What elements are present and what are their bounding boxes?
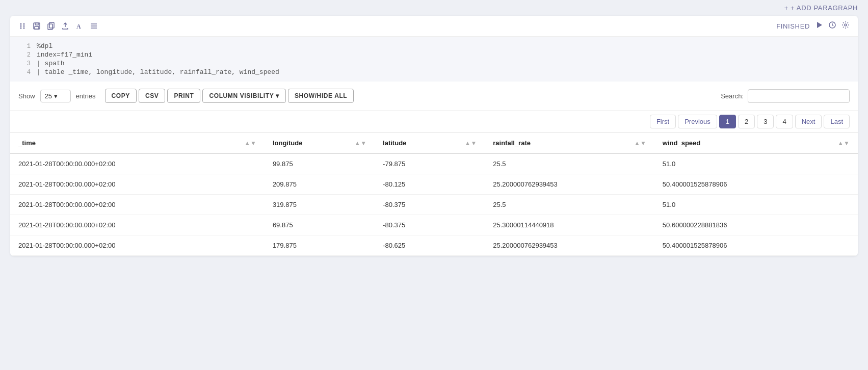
svg-point-3 bbox=[23, 25, 25, 27]
column-label-time: _time bbox=[18, 139, 36, 147]
data-table: _time ▲▼ longitude ▲▼ latitude ▲▼ bbox=[10, 133, 858, 256]
cell-wind_speed-row-1: 50.400001525878906 bbox=[654, 174, 858, 195]
code-line-3: 3 | spath bbox=[10, 59, 858, 68]
code-editor[interactable]: 1 %dpl 2 index=f17_mini 3 | spath 4 | ta… bbox=[10, 37, 858, 82]
text-icon[interactable]: A bbox=[75, 22, 84, 30]
page-2-button[interactable]: 2 bbox=[738, 115, 755, 128]
svg-point-4 bbox=[20, 28, 22, 29]
add-paragraph-bar: + + ADD PARAGRAPH bbox=[0, 0, 868, 16]
cell-longitude-row-1: 209.875 bbox=[265, 174, 375, 195]
column-header-longitude[interactable]: longitude ▲▼ bbox=[265, 133, 375, 154]
cell-_time-row-3: 2021-01-28T00:00:00.000+02:00 bbox=[10, 215, 265, 235]
table-row: 2021-01-28T00:00:00.000+02:00179.875-80.… bbox=[10, 235, 858, 256]
cell-rainfall_rate-row-1: 25.200000762939453 bbox=[485, 174, 654, 195]
column-label-latitude: latitude bbox=[383, 139, 406, 147]
svg-point-1 bbox=[23, 23, 25, 25]
column-label-longitude: longitude bbox=[273, 139, 303, 147]
run-button[interactable] bbox=[815, 21, 823, 31]
copy-button[interactable]: COPY bbox=[105, 89, 137, 103]
cell-wind_speed-row-0: 51.0 bbox=[654, 153, 858, 174]
sort-icon-time: ▲▼ bbox=[244, 140, 256, 147]
cell-toolbar: A FINISHED bbox=[10, 16, 858, 37]
table-controls: Show 25 ▾ entries COPY CSV PRINT COLUMN … bbox=[10, 82, 858, 111]
settings-icon[interactable] bbox=[841, 21, 850, 31]
page-3-button[interactable]: 3 bbox=[757, 115, 774, 128]
svg-marker-15 bbox=[817, 22, 822, 28]
table-header-row: _time ▲▼ longitude ▲▼ latitude ▲▼ bbox=[10, 133, 858, 154]
cell-wind_speed-row-4: 50.400001525878906 bbox=[654, 235, 858, 256]
line-content-3: | spath bbox=[37, 60, 65, 67]
plus-icon: + bbox=[784, 4, 788, 12]
first-page-button[interactable]: First bbox=[650, 115, 676, 128]
entries-select[interactable]: 25 ▾ bbox=[40, 90, 71, 102]
svg-rect-7 bbox=[35, 23, 38, 25]
drag-icon[interactable] bbox=[18, 22, 27, 30]
cell-rainfall_rate-row-0: 25.5 bbox=[485, 153, 654, 174]
column-label-rainfall-rate: rainfall_rate bbox=[493, 139, 531, 147]
cell-latitude-row-0: -79.875 bbox=[375, 153, 485, 174]
code-line-4: 4 | table _time, longitude, latitude, ra… bbox=[10, 68, 858, 76]
table-row: 2021-01-28T00:00:00.000+02:00319.875-80.… bbox=[10, 195, 858, 215]
cell-toolbar-right: FINISHED bbox=[776, 21, 850, 31]
svg-rect-9 bbox=[49, 22, 54, 28]
chevron-down-icon: ▾ bbox=[54, 92, 58, 100]
line-number-3: 3 bbox=[18, 60, 31, 67]
svg-rect-10 bbox=[48, 24, 52, 30]
column-visibility-button[interactable]: COLUMN VISIBILITY ▾ bbox=[202, 89, 285, 103]
line-number-4: 4 bbox=[18, 68, 31, 76]
cell-latitude-row-2: -80.375 bbox=[375, 195, 485, 215]
svg-rect-8 bbox=[35, 27, 39, 29]
notebook-cell: A FINISHED bbox=[10, 16, 858, 256]
sort-icon-rainfall: ▲▼ bbox=[634, 140, 646, 147]
cell-latitude-row-4: -80.625 bbox=[375, 235, 485, 256]
line-content-2: index=f17_mini bbox=[37, 51, 92, 59]
show-label: Show bbox=[18, 92, 35, 100]
action-buttons: COPY CSV PRINT COLUMN VISIBILITY ▾ SHOW/… bbox=[105, 89, 354, 103]
page-4-button[interactable]: 4 bbox=[776, 115, 793, 128]
sort-icon-longitude: ▲▼ bbox=[354, 140, 366, 147]
cell-longitude-row-0: 99.875 bbox=[265, 153, 375, 174]
line-content-4: | table _time, longitude, latitude, rain… bbox=[37, 68, 279, 76]
add-paragraph-button[interactable]: + + ADD PARAGRAPH bbox=[784, 4, 858, 12]
cell-_time-row-0: 2021-01-28T00:00:00.000+02:00 bbox=[10, 153, 265, 174]
svg-point-2 bbox=[20, 25, 22, 27]
next-page-button[interactable]: Next bbox=[795, 115, 822, 128]
column-header-wind-speed[interactable]: wind_speed ▲▼ bbox=[654, 133, 858, 154]
table-row: 2021-01-28T00:00:00.000+02:00209.875-80.… bbox=[10, 174, 858, 195]
search-area: Search: bbox=[721, 89, 850, 103]
finished-status: FINISHED bbox=[776, 22, 810, 30]
svg-point-0 bbox=[20, 23, 22, 25]
svg-point-5 bbox=[23, 28, 25, 29]
search-input[interactable] bbox=[748, 89, 850, 103]
save-icon[interactable] bbox=[33, 22, 41, 30]
list-icon[interactable] bbox=[90, 22, 98, 30]
print-button[interactable]: PRINT bbox=[167, 89, 200, 103]
svg-point-19 bbox=[845, 24, 847, 26]
sort-icon-wind: ▲▼ bbox=[837, 140, 850, 147]
cell-longitude-row-2: 319.875 bbox=[265, 195, 375, 215]
page-1-button[interactable]: 1 bbox=[719, 115, 736, 128]
line-content-1: %dpl bbox=[37, 42, 52, 50]
clock-icon[interactable] bbox=[828, 21, 836, 31]
column-header-latitude[interactable]: latitude ▲▼ bbox=[375, 133, 485, 154]
last-page-button[interactable]: Last bbox=[824, 115, 850, 128]
entries-value: 25 bbox=[45, 92, 52, 100]
cell-wind_speed-row-2: 51.0 bbox=[654, 195, 858, 215]
cell-_time-row-1: 2021-01-28T00:00:00.000+02:00 bbox=[10, 174, 265, 195]
sort-icon-latitude: ▲▼ bbox=[465, 140, 477, 147]
column-header-time[interactable]: _time ▲▼ bbox=[10, 133, 265, 154]
show-hide-all-button[interactable]: SHOW/HIDE ALL bbox=[288, 89, 354, 103]
previous-page-button[interactable]: Previous bbox=[678, 115, 717, 128]
column-visibility-label: COLUMN VISIBILITY bbox=[209, 92, 274, 99]
search-label: Search: bbox=[721, 92, 744, 100]
entries-label: entries bbox=[76, 92, 96, 100]
cell-wind_speed-row-3: 50.600000228881836 bbox=[654, 215, 858, 235]
pagination-bar: First Previous 1 2 3 4 Next Last bbox=[10, 111, 858, 133]
column-label-wind-speed: wind_speed bbox=[663, 139, 700, 147]
cell-_time-row-2: 2021-01-28T00:00:00.000+02:00 bbox=[10, 195, 265, 215]
upload-icon[interactable] bbox=[61, 22, 69, 30]
csv-button[interactable]: CSV bbox=[139, 89, 165, 103]
column-vis-chevron-icon: ▾ bbox=[276, 92, 279, 99]
column-header-rainfall-rate[interactable]: rainfall_rate ▲▼ bbox=[485, 133, 654, 154]
copy-icon[interactable] bbox=[47, 22, 55, 30]
